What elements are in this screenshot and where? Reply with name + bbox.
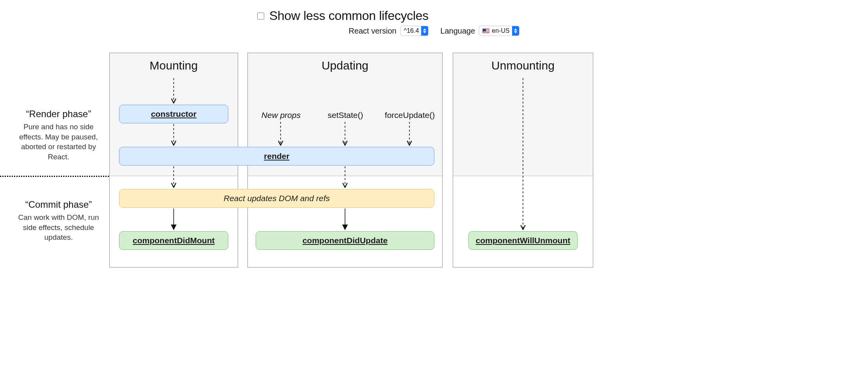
language-label: Language: [440, 27, 475, 36]
column-mounting-title: Mounting: [110, 53, 238, 78]
render-phase-desc: Pure and has no side effects. May be pau…: [12, 122, 105, 162]
method-constructor[interactable]: constructor: [119, 105, 228, 123]
method-component-did-update[interactable]: componentDidUpdate: [256, 231, 434, 250]
method-render[interactable]: render: [119, 147, 434, 166]
flag-us-icon: [482, 29, 489, 33]
commit-phase-desc: Can work with DOM, run side effects, sch…: [12, 212, 105, 242]
language-select[interactable]: en-US: [479, 26, 519, 36]
toggle-less-common-label: Show less common lifecycles: [269, 9, 429, 23]
commit-phase-title: “Commit phase”: [12, 199, 105, 210]
column-updating-title: Updating: [248, 53, 442, 78]
phase-divider: [0, 176, 111, 177]
chevrons-icon: [421, 26, 428, 36]
trigger-setstate: setState(): [316, 111, 375, 120]
column-unmounting-title: Unmounting: [453, 53, 593, 78]
trigger-forceupdate: forceUpdate(): [381, 111, 439, 120]
chevrons-icon: [512, 26, 519, 36]
react-version-label: React version: [349, 27, 396, 36]
commit-phase-sidebar: “Commit phase” Can work with DOM, run si…: [12, 199, 105, 242]
method-component-did-mount[interactable]: componentDidMount: [119, 231, 228, 250]
trigger-new-props: New props: [252, 111, 310, 120]
toggle-less-common[interactable]: Show less common lifecycles: [256, 9, 429, 23]
react-version-control: React version ^16.4: [349, 26, 429, 36]
render-phase-title: “Render phase”: [12, 109, 105, 119]
language-control: Language en-US: [440, 26, 519, 36]
header-controls: React version ^16.4 Language en-US: [258, 26, 610, 36]
method-component-will-unmount[interactable]: componentWillUnmount: [468, 231, 578, 250]
react-version-select[interactable]: ^16.4: [400, 26, 429, 36]
render-phase-sidebar: “Render phase” Pure and has no side effe…: [12, 109, 105, 162]
method-react-updates-dom: React updates DOM and refs: [119, 189, 434, 208]
toggle-less-common-checkbox[interactable]: [257, 12, 264, 20]
